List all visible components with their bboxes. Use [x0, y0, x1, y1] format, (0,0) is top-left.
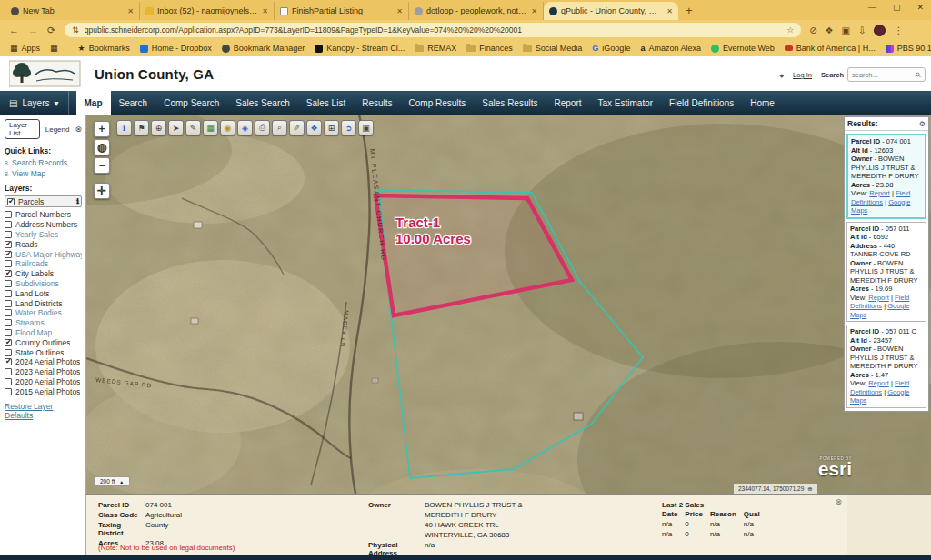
- results-gear-icon[interactable]: ⚙: [919, 120, 926, 128]
- address-bar[interactable]: ⇅ qpublic.schneidercorp.com/Application.…: [65, 23, 801, 37]
- layer-row[interactable]: Roads: [5, 239, 82, 249]
- extensions-icon[interactable]: ❖: [826, 25, 834, 35]
- tab-search[interactable]: Search: [111, 91, 156, 115]
- print-tool-icon[interactable]: ⎙: [255, 120, 270, 135]
- layer-checkbox[interactable]: [5, 329, 12, 336]
- layer-row[interactable]: Yearly Sales: [5, 230, 82, 240]
- report-link[interactable]: Report: [868, 294, 889, 302]
- restore-defaults-link[interactable]: Restore Layer Defaults: [5, 402, 82, 420]
- browser-menu-icon[interactable]: ⋮: [894, 25, 903, 35]
- tab-comp-results[interactable]: Comp Results: [401, 91, 475, 115]
- pan-tool-icon[interactable]: ⚑: [134, 120, 149, 135]
- layer-row[interactable]: Railroads: [5, 259, 82, 269]
- bookmark-item[interactable]: Home - Dropbox: [140, 44, 212, 53]
- measure-tool-icon[interactable]: ✎: [185, 120, 201, 135]
- tab-close-icon[interactable]: ✕: [531, 7, 537, 15]
- result-card[interactable]: Parcel ID - 057 011 C Alt Id - 23457 Own…: [846, 325, 926, 408]
- bookmark-item[interactable]: Bookmark Manager: [222, 44, 305, 53]
- tab-legend[interactable]: Legend: [45, 125, 70, 134]
- search-area-tool-icon[interactable]: ⌕: [272, 120, 287, 135]
- layer-checkbox[interactable]: [5, 339, 12, 346]
- browser-tab-active[interactable]: qPublic - Union County, GA - M✕: [544, 2, 678, 20]
- layer-checkbox[interactable]: [5, 368, 12, 375]
- reload-icon[interactable]: ⟳: [47, 25, 55, 36]
- layer-row[interactable]: Streams: [5, 318, 82, 328]
- tab-sales-results[interactable]: Sales Results: [474, 91, 546, 115]
- browser-tab[interactable]: dotloop - peoplework, not pap✕: [409, 2, 544, 20]
- layer-row[interactable]: Land Lots: [5, 288, 82, 298]
- apps-shortcut[interactable]: ▦Apps: [10, 44, 40, 53]
- layer-checkbox[interactable]: [7, 198, 15, 205]
- default-extent-button[interactable]: ✛: [94, 183, 110, 199]
- browser-tab[interactable]: Inbox (52) - naomijoynelson@✕: [140, 2, 275, 20]
- layer-checkbox[interactable]: [5, 221, 12, 228]
- layer-checkbox[interactable]: [5, 231, 12, 238]
- search-label[interactable]: Search: [821, 71, 844, 79]
- layer-row[interactable]: 2023 Aerial Photos: [5, 367, 82, 377]
- layer-checkbox[interactable]: [5, 280, 12, 287]
- bookmark-folder[interactable]: Social Media: [523, 44, 583, 53]
- layer-checkbox[interactable]: [5, 319, 12, 326]
- layer-row[interactable]: Flood Map: [5, 328, 82, 338]
- tab-field-definitions[interactable]: Field Definitions: [661, 91, 742, 115]
- forward-icon[interactable]: →: [28, 25, 38, 35]
- zoom-out-button[interactable]: −: [94, 157, 110, 174]
- bookmark-item[interactable]: PBS 90.1 Radio: [886, 44, 931, 53]
- content-blocker-icon[interactable]: ⊘: [809, 25, 816, 35]
- layer-row[interactable]: County Outlines: [5, 337, 82, 347]
- layer-checkbox[interactable]: [5, 388, 12, 395]
- extent-tool-icon[interactable]: ❖: [306, 120, 322, 135]
- tab-close-icon[interactable]: ✕: [396, 7, 403, 15]
- tab-sales-search[interactable]: Sales Search: [227, 91, 297, 115]
- window-minimize-button[interactable]: —: [868, 3, 876, 12]
- back-icon[interactable]: ←: [9, 25, 19, 35]
- save-tool-icon[interactable]: ▣: [358, 120, 374, 135]
- layer-checkbox[interactable]: [5, 241, 12, 248]
- tab-home[interactable]: Home: [742, 91, 783, 115]
- layer-row[interactable]: 2015 Aerial Photos: [5, 386, 82, 396]
- bookmark-star-icon[interactable]: ☆: [786, 25, 794, 35]
- grid-tool-icon[interactable]: ▦: [203, 120, 218, 135]
- zoom-in-button[interactable]: +: [94, 121, 110, 137]
- marker-tool-icon[interactable]: ◉: [220, 120, 235, 135]
- bookmark-item[interactable]: Evernote Web: [711, 44, 775, 53]
- bookmark-item[interactable]: ★Bookmarks: [78, 44, 130, 53]
- layer-checkbox[interactable]: [5, 211, 12, 218]
- layer-row[interactable]: 2024 Aerial Photos: [5, 357, 82, 367]
- profile-avatar[interactable]: [874, 25, 886, 36]
- report-link[interactable]: Report: [869, 189, 890, 197]
- login-link[interactable]: Log In: [793, 71, 812, 79]
- downloads-icon[interactable]: ⇩: [858, 25, 866, 35]
- tab-layer-list[interactable]: Layer List: [5, 119, 40, 139]
- tab-close-icon[interactable]: ✕: [262, 7, 268, 15]
- bookmark-folder[interactable]: REMAX: [415, 44, 456, 53]
- layer-row[interactable]: Address Numbers: [5, 220, 82, 230]
- zoom-box-tool-icon[interactable]: ⊕: [151, 120, 166, 135]
- layer-checkbox[interactable]: [5, 251, 12, 258]
- view-map-link[interactable]: ∞View Map: [5, 169, 82, 178]
- header-search-input[interactable]: [852, 71, 916, 79]
- identify-tool-icon[interactable]: ℹ: [116, 120, 132, 135]
- tab-close-icon[interactable]: ✕: [666, 7, 673, 15]
- layer-row[interactable]: State Outlines: [5, 347, 82, 357]
- info-panel-close-icon[interactable]: ⊗: [835, 497, 842, 506]
- browser-tab[interactable]: FinishPartial Listing✕: [275, 2, 409, 20]
- layer-row[interactable]: Land Districts: [5, 298, 82, 308]
- layer-checkbox[interactable]: [5, 378, 12, 385]
- overview-globe-button[interactable]: ◍: [94, 139, 110, 155]
- bookmark-item[interactable]: Bank of America | H...: [785, 44, 876, 53]
- result-card[interactable]: Parcel ID - 074 001 Alt Id - 12603 Owner…: [846, 134, 926, 219]
- tab-comp-search[interactable]: Comp Search: [155, 91, 227, 115]
- sidebar-close-icon[interactable]: ⊗: [75, 125, 82, 134]
- search-records-link[interactable]: ∞Search Records: [5, 158, 82, 167]
- layer-checkbox[interactable]: [5, 309, 12, 316]
- site-info-icon[interactable]: ⇅: [72, 25, 79, 35]
- bookmark-item[interactable]: aAmazon Alexa: [640, 44, 701, 53]
- tab-sales-list[interactable]: Sales List: [298, 91, 354, 115]
- new-tab-button[interactable]: +: [686, 4, 693, 17]
- layer-row[interactable]: Water Bodies: [5, 308, 82, 318]
- layer-row[interactable]: 2020 Aerial Photos: [5, 377, 82, 387]
- info-icon[interactable]: ℹ: [76, 197, 79, 205]
- window-maximize-button[interactable]: ▢: [893, 3, 901, 12]
- apps-grid-button[interactable]: ▦: [50, 44, 58, 53]
